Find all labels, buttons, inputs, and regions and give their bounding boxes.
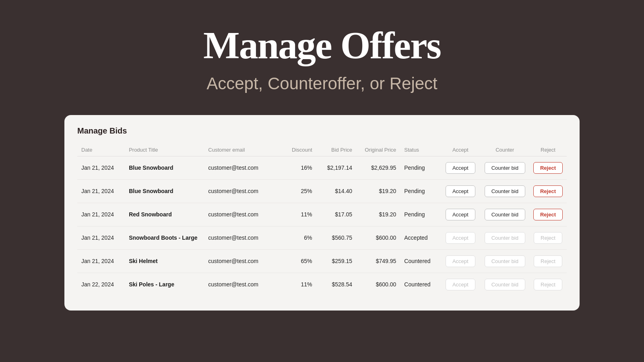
table-row: Jan 21, 2024 Blue Snowboard customer@tes… — [77, 179, 567, 203]
table-row: Jan 22, 2024 Ski Poles - Large customer@… — [77, 273, 567, 296]
table-row: Jan 21, 2024 Blue Snowboard customer@tes… — [77, 156, 567, 179]
cell-reject: Reject — [529, 226, 567, 249]
cell-status: Countered — [400, 273, 440, 296]
cell-original-price: $600.00 — [356, 273, 400, 296]
col-header-counter: Counter — [481, 144, 529, 156]
cell-counter: Counter bid — [481, 273, 529, 296]
hero-section: Manage Offers Accept, Counteroffer, or R… — [203, 0, 441, 105]
table-row: Jan 21, 2024 Snowboard Boots - Large cus… — [77, 226, 567, 249]
reject-button: Reject — [534, 232, 562, 244]
cell-reject[interactable]: Reject — [529, 156, 567, 179]
table-row: Jan 21, 2024 Ski Helmet customer@test.co… — [77, 249, 567, 273]
cell-email: customer@test.com — [204, 179, 284, 203]
cell-counter[interactable]: Counter bid — [481, 156, 529, 179]
cell-status: Pending — [400, 203, 440, 226]
cell-date: Jan 21, 2024 — [77, 203, 125, 226]
cell-product: Ski Helmet — [125, 249, 204, 273]
cell-status: Countered — [400, 249, 440, 273]
cell-date: Jan 22, 2024 — [77, 273, 125, 296]
col-header-bid: Bid Price — [316, 144, 357, 156]
page-title: Manage Offers — [203, 24, 441, 67]
cell-discount: 11% — [284, 273, 316, 296]
cell-accept: Accept — [440, 226, 481, 249]
accept-button[interactable]: Accept — [446, 162, 475, 174]
counter-bid-button: Counter bid — [485, 279, 525, 290]
cell-date: Jan 21, 2024 — [77, 156, 125, 179]
counter-bid-button: Counter bid — [485, 255, 525, 267]
cell-discount: 25% — [284, 179, 316, 203]
col-header-accept: Accept — [440, 144, 481, 156]
col-header-date: Date — [77, 144, 125, 156]
col-header-reject: Reject — [529, 144, 567, 156]
cell-bid-price: $259.15 — [316, 249, 357, 273]
page-subtitle: Accept, Counteroffer, or Reject — [203, 74, 441, 93]
reject-button[interactable]: Reject — [533, 162, 563, 174]
cell-product: Blue Snowboard — [125, 179, 204, 203]
accept-button: Accept — [446, 279, 475, 290]
manage-bids-card: Manage Bids Date Product Title Customer … — [64, 115, 580, 311]
counter-bid-button[interactable]: Counter bid — [485, 185, 525, 197]
cell-counter: Counter bid — [481, 226, 529, 249]
col-header-original: Original Price — [356, 144, 400, 156]
cell-reject: Reject — [529, 273, 567, 296]
counter-bid-button[interactable]: Counter bid — [485, 162, 525, 174]
cell-discount: 6% — [284, 226, 316, 249]
cell-date: Jan 21, 2024 — [77, 226, 125, 249]
cell-email: customer@test.com — [204, 226, 284, 249]
cell-product: Snowboard Boots - Large — [125, 226, 204, 249]
cell-bid-price: $528.54 — [316, 273, 357, 296]
accept-button: Accept — [446, 255, 475, 267]
col-header-discount: Discount — [284, 144, 316, 156]
cell-original-price: $2,629.95 — [356, 156, 400, 179]
cell-counter: Counter bid — [481, 249, 529, 273]
table-header: Date Product Title Customer email Discou… — [77, 144, 567, 156]
cell-reject[interactable]: Reject — [529, 179, 567, 203]
cell-discount: 16% — [284, 156, 316, 179]
cell-date: Jan 21, 2024 — [77, 249, 125, 273]
cell-bid-price: $17.05 — [316, 203, 357, 226]
accept-button: Accept — [446, 232, 475, 244]
cell-product: Ski Poles - Large — [125, 273, 204, 296]
accept-button[interactable]: Accept — [446, 185, 475, 197]
cell-original-price: $19.20 — [356, 179, 400, 203]
reject-button[interactable]: Reject — [533, 209, 563, 220]
cell-counter[interactable]: Counter bid — [481, 203, 529, 226]
cell-product: Blue Snowboard — [125, 156, 204, 179]
cell-product: Red Snowboard — [125, 203, 204, 226]
cell-discount: 11% — [284, 203, 316, 226]
cell-status: Pending — [400, 156, 440, 179]
bids-table: Date Product Title Customer email Discou… — [77, 144, 567, 296]
cell-status: Pending — [400, 179, 440, 203]
cell-bid-price: $14.40 — [316, 179, 357, 203]
reject-button: Reject — [534, 279, 562, 290]
cell-counter[interactable]: Counter bid — [481, 179, 529, 203]
cell-accept[interactable]: Accept — [440, 203, 481, 226]
table-row: Jan 21, 2024 Red Snowboard customer@test… — [77, 203, 567, 226]
cell-email: customer@test.com — [204, 273, 284, 296]
counter-bid-button[interactable]: Counter bid — [485, 209, 525, 220]
cell-email: customer@test.com — [204, 203, 284, 226]
col-header-status: Status — [400, 144, 440, 156]
accept-button[interactable]: Accept — [446, 209, 475, 220]
cell-bid-price: $2,197.14 — [316, 156, 357, 179]
cell-accept: Accept — [440, 273, 481, 296]
cell-accept[interactable]: Accept — [440, 156, 481, 179]
cell-email: customer@test.com — [204, 156, 284, 179]
cell-original-price: $19.20 — [356, 203, 400, 226]
card-title: Manage Bids — [77, 126, 567, 136]
cell-email: customer@test.com — [204, 249, 284, 273]
cell-accept[interactable]: Accept — [440, 179, 481, 203]
cell-bid-price: $560.75 — [316, 226, 357, 249]
counter-bid-button: Counter bid — [485, 232, 525, 244]
cell-original-price: $600.00 — [356, 226, 400, 249]
cell-reject[interactable]: Reject — [529, 203, 567, 226]
reject-button[interactable]: Reject — [533, 185, 563, 197]
cell-reject: Reject — [529, 249, 567, 273]
col-header-email: Customer email — [204, 144, 284, 156]
cell-original-price: $749.95 — [356, 249, 400, 273]
reject-button: Reject — [534, 255, 562, 267]
table-body: Jan 21, 2024 Blue Snowboard customer@tes… — [77, 156, 567, 296]
cell-accept: Accept — [440, 249, 481, 273]
cell-status: Accepted — [400, 226, 440, 249]
col-header-product: Product Title — [125, 144, 204, 156]
